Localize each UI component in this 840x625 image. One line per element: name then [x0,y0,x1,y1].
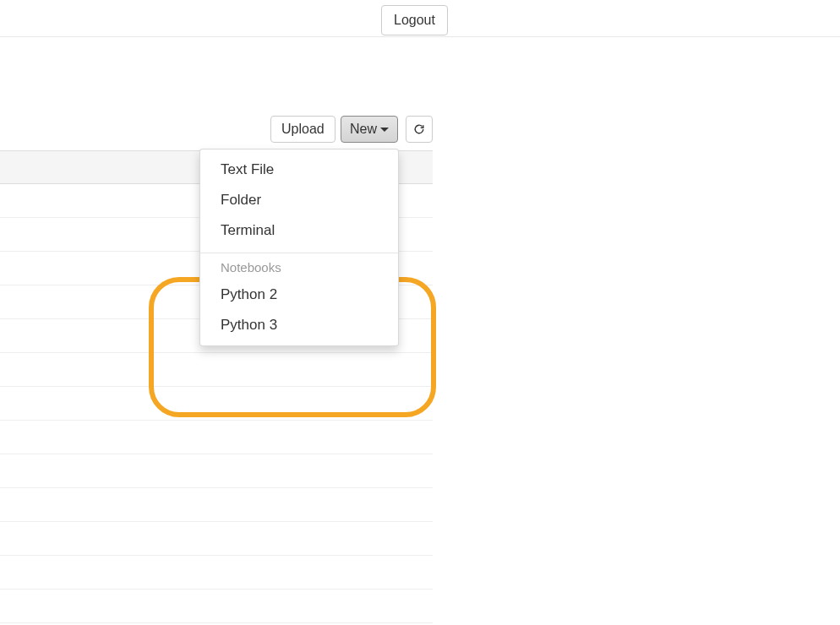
upload-button[interactable]: Upload [270,116,335,143]
list-row[interactable] [0,590,433,623]
list-row[interactable] [0,488,433,522]
list-row[interactable] [0,454,433,488]
refresh-icon [413,122,425,136]
dropdown-section-header: Notebooks [200,257,398,280]
list-row[interactable] [0,421,433,454]
new-dropdown-menu: Text File Folder Terminal Notebooks Pyth… [199,149,399,346]
dropdown-item-folder[interactable]: Folder [200,185,398,215]
new-dropdown-button[interactable]: New [341,116,398,143]
dropdown-divider [200,253,398,253]
list-row[interactable] [0,556,433,590]
new-button-label: New [350,122,377,137]
dropdown-item-python2[interactable]: Python 2 [200,280,398,310]
dropdown-item-text-file[interactable]: Text File [200,155,398,185]
toolbar: Upload New [0,116,433,144]
dropdown-item-terminal[interactable]: Terminal [200,215,398,246]
list-row[interactable] [0,353,433,387]
list-row[interactable] [0,387,433,421]
list-row[interactable] [0,522,433,556]
header-bar: Logout [0,0,840,37]
dropdown-item-python3[interactable]: Python 3 [200,310,398,340]
refresh-button[interactable] [406,116,433,143]
caret-down-icon [380,128,389,132]
logout-button[interactable]: Logout [381,5,448,35]
